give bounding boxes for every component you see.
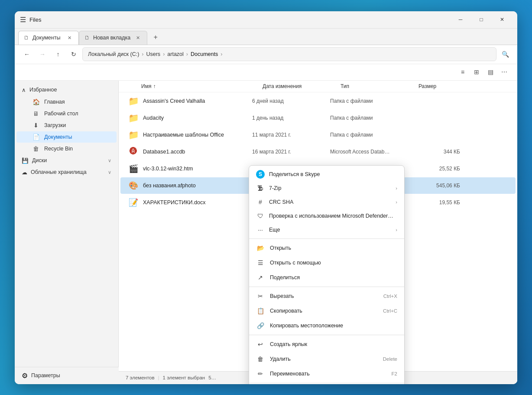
downloads-icon: ⬇: [32, 122, 40, 129]
ctx-item-openwith[interactable]: ☰ Открыть с помощью: [249, 255, 404, 270]
file-name-4: Database1.accdb: [143, 149, 252, 155]
ctx-openwith-icon: ☰: [256, 258, 265, 267]
cloud-chevron: ∨: [108, 170, 111, 175]
ctx-defender-icon: 🛡: [256, 212, 265, 220]
tab-new-label: Новая вкладка: [93, 35, 130, 41]
view-details-button[interactable]: ▤: [484, 66, 496, 78]
disks-chevron: ∨: [108, 158, 111, 163]
tab-new[interactable]: 🗋 Новая вкладка ✕: [79, 31, 147, 45]
minimize-button[interactable]: ─: [451, 13, 470, 26]
ctx-copy-shortcut: Ctrl+C: [383, 308, 397, 313]
ctx-more-label: Еще: [269, 227, 391, 233]
file-header-row: Имя ↑ Дата изменения Тип Размер: [119, 81, 517, 92]
view-grid-button[interactable]: ⊞: [470, 66, 483, 78]
desktop-icon: 🖥: [32, 110, 40, 117]
ctx-item-more[interactable]: ··· Еще ›: [249, 223, 404, 237]
tab-new-icon: 🗋: [84, 35, 90, 41]
sidebar-disks-header[interactable]: 💾 Диски ∨: [15, 155, 118, 166]
maximize-button[interactable]: □: [471, 13, 491, 26]
disks-label: Диски: [32, 157, 47, 163]
app-title: Files: [29, 16, 41, 23]
home-icon: 🏠: [32, 98, 40, 105]
refresh-button[interactable]: ↻: [67, 47, 81, 61]
forward-button[interactable]: →: [36, 47, 49, 61]
ctx-openwith-label: Открыть с помощью: [270, 260, 397, 266]
sidebar-item-desktop[interactable]: 🖥 Рабочий стол: [16, 108, 117, 119]
ctx-rename-icon: ✏: [256, 369, 265, 378]
search-button[interactable]: 🔍: [498, 47, 512, 61]
ctx-item-7zip[interactable]: 🗜 7-Zip ›: [249, 181, 404, 195]
docx-icon-7: 📝: [127, 196, 139, 209]
address-bar[interactable]: Локальный диск (C:) › Users › artazol › …: [82, 47, 496, 61]
new-tab-button[interactable]: +: [149, 31, 162, 44]
file-type-4: Microsoft Access Datab…: [330, 149, 408, 155]
column-type-header[interactable]: Тип: [341, 83, 418, 89]
ctx-sep-4: [249, 383, 404, 383]
ctx-copy-label: Скопировать: [270, 308, 378, 314]
ctx-copypath-icon: 🔗: [256, 321, 265, 330]
ctx-copypath-label: Копировать местоположение: [270, 323, 397, 329]
file-name-3: Настраиваемые шаблоны Office: [143, 132, 252, 138]
ctx-item-cut[interactable]: ✂ Вырезать Ctrl+X: [249, 289, 404, 304]
favorites-label: Избранное: [29, 87, 57, 93]
tab-docs-icon: 🗋: [24, 35, 29, 41]
breadcrumb-artazol[interactable]: artazol: [167, 51, 184, 57]
title-bar-left: ☰ Files: [20, 16, 41, 24]
cloud-icon: ☁: [22, 169, 27, 176]
settings-label: Параметры: [31, 372, 60, 379]
sidebar-item-documents[interactable]: 📄 Документы: [16, 131, 117, 143]
ctx-cut-shortcut: Ctrl+X: [383, 294, 397, 299]
ctx-item-delete[interactable]: 🗑 Удалить Delete: [249, 352, 404, 366]
sidebar-cloud-header[interactable]: ☁ Облачные хранилища ∨: [15, 166, 118, 178]
view-more-button[interactable]: ⋯: [498, 66, 510, 78]
ctx-item-crc[interactable]: # CRC SHA ›: [249, 195, 404, 209]
tab-docs-close[interactable]: ✕: [65, 34, 73, 42]
sidebar-downloads-label: Загрузки: [44, 122, 66, 128]
sidebar-home-label: Главная: [44, 99, 65, 105]
ctx-open-icon: 📂: [256, 244, 265, 252]
ctx-item-share[interactable]: ↗ Поделиться: [249, 270, 404, 285]
file-name-5: vlc-3.0.12-win32.htm: [143, 166, 252, 172]
column-size-header[interactable]: Размер: [418, 83, 470, 89]
status-items: 7 элементов: [126, 375, 155, 380]
file-date-3: 11 марта 2021 г.: [252, 132, 330, 138]
ctx-item-defender[interactable]: 🛡 Проверка с использованием Microsoft De…: [249, 209, 404, 223]
status-sep: |: [158, 375, 159, 380]
file-row-1[interactable]: 📁 Assassin's Creed Valhalla 6 дней назад…: [120, 93, 516, 109]
column-name-header[interactable]: Имя ↑: [141, 83, 263, 89]
sidebar-favorites-header[interactable]: ∧ Избранное: [15, 84, 118, 96]
back-button[interactable]: ←: [20, 47, 34, 61]
ctx-7zip-icon: 🗜: [256, 184, 265, 193]
tab-new-close[interactable]: ✕: [134, 34, 142, 42]
view-list-button[interactable]: ≡: [457, 66, 469, 78]
up-button[interactable]: ↑: [51, 47, 65, 61]
ctx-delete-label: Удалить: [270, 356, 378, 362]
ctx-item-copy[interactable]: 📋 Скопировать Ctrl+C: [249, 304, 404, 318]
hamburger-icon[interactable]: ☰: [20, 16, 26, 24]
file-date-4: 16 марта 2021 г.: [252, 149, 330, 155]
ctx-delete-icon: 🗑: [256, 355, 265, 363]
column-date-header[interactable]: Дата изменения: [263, 83, 341, 89]
breadcrumb-users[interactable]: Users: [146, 51, 160, 57]
file-row-2[interactable]: 📁 Audacity 1 день назад Папка с файлами: [120, 110, 516, 126]
file-size-6: 545,06 КБ: [408, 183, 460, 189]
breadcrumb-c[interactable]: Локальный диск (C:): [88, 51, 139, 57]
sidebar-item-downloads[interactable]: ⬇ Загрузки: [16, 120, 117, 131]
ctx-item-copypath[interactable]: 🔗 Копировать местоположение: [249, 318, 404, 333]
sidebar-item-recycle-bin[interactable]: 🗑 Recycle Bin: [16, 143, 117, 154]
sidebar-item-home[interactable]: 🏠 Главная: [16, 96, 117, 108]
context-menu: S Поделиться в Skype 🗜 7-Zip › # CRC SHA…: [249, 165, 405, 384]
file-row-3[interactable]: 📁 Настраиваемые шаблоны Office 11 марта …: [120, 127, 516, 143]
close-button[interactable]: ✕: [492, 13, 512, 26]
tab-documents[interactable]: 🗋 Документы ✕: [18, 31, 79, 45]
ctx-item-open[interactable]: 📂 Открыть: [249, 241, 404, 255]
ctx-item-shortcut[interactable]: ↩ Создать ярлык: [249, 337, 404, 352]
ctx-item-skype[interactable]: S Поделиться в Skype: [249, 167, 404, 181]
documents-icon: 📄: [32, 134, 40, 140]
ctx-share-icon: ↗: [256, 273, 265, 282]
sidebar-settings[interactable]: ⚙ Параметры: [15, 367, 119, 384]
file-size-7: 19,55 КБ: [408, 199, 460, 206]
ctx-item-rename[interactable]: ✏ Переименовать F2: [249, 366, 404, 381]
file-row-4[interactable]: 🅐 Database1.accdb 16 марта 2021 г. Micro…: [120, 144, 516, 160]
ctx-defender-label: Проверка с использованием Microsoft Defe…: [269, 213, 397, 219]
